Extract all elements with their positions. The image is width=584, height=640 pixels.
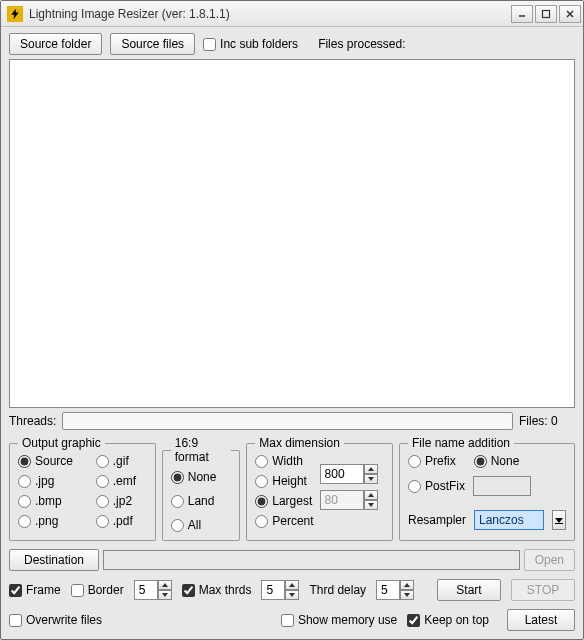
- destination-button[interactable]: Destination: [9, 549, 99, 571]
- app-window: Lightning Image Resizer (ver: 1.8.1.1) S…: [0, 0, 584, 640]
- spin-down-icon[interactable]: [364, 500, 378, 510]
- titlebar[interactable]: Lightning Image Resizer (ver: 1.8.1.1): [1, 1, 583, 27]
- og-bmp[interactable]: .bmp: [18, 494, 84, 508]
- og-pdf[interactable]: .pdf: [96, 514, 147, 528]
- svg-marker-13: [289, 583, 295, 587]
- md-percent[interactable]: Percent: [255, 514, 313, 528]
- svg-marker-8: [368, 503, 374, 507]
- svg-marker-5: [368, 467, 374, 471]
- max-dim-value1-spin[interactable]: [320, 464, 378, 484]
- border-value-input[interactable]: [134, 580, 158, 600]
- top-toolbar: Source folder Source files Inc sub folde…: [9, 33, 575, 55]
- svg-marker-6: [368, 477, 374, 481]
- max-thrds-input[interactable]: [261, 580, 285, 600]
- svg-marker-14: [289, 593, 295, 597]
- options-groups: Output graphic Source .gif .jpg .emf .bm…: [9, 436, 575, 541]
- destination-path-input[interactable]: [103, 550, 520, 570]
- filename-addition-group: File name addition Prefix None PostFix R…: [399, 436, 575, 541]
- thrd-delay-spin[interactable]: [376, 580, 414, 600]
- stop-button[interactable]: STOP: [511, 579, 575, 601]
- fn-prefix[interactable]: Prefix: [408, 454, 456, 468]
- keep-on-top-checkbox[interactable]: Keep on top: [407, 613, 489, 627]
- frame-checkbox[interactable]: Frame: [9, 583, 61, 597]
- inc-sub-folders-label: Inc sub folders: [220, 37, 298, 51]
- resampler-select[interactable]: Lanczos: [474, 510, 544, 530]
- max-thrds-checkbox[interactable]: Max thrds: [182, 583, 252, 597]
- svg-marker-9: [555, 518, 563, 523]
- f169-none[interactable]: None: [171, 470, 231, 484]
- maximize-button[interactable]: [535, 5, 557, 23]
- spin-up-icon[interactable]: [364, 464, 378, 474]
- og-gif[interactable]: .gif: [96, 454, 147, 468]
- output-graphic-legend: Output graphic: [18, 436, 105, 450]
- f169-land[interactable]: Land: [171, 494, 231, 508]
- inc-sub-folders-checkbox[interactable]: Inc sub folders: [203, 37, 298, 51]
- client-area: Source folder Source files Inc sub folde…: [1, 27, 583, 639]
- minimize-button[interactable]: [511, 5, 533, 23]
- max-dimension-legend: Max dimension: [255, 436, 344, 450]
- fn-postfix[interactable]: PostFix: [408, 479, 465, 493]
- md-height[interactable]: Height: [255, 474, 313, 488]
- threads-label: Threads:: [9, 414, 56, 428]
- max-dim-value1-input[interactable]: [320, 464, 364, 484]
- max-thrds-spin[interactable]: [261, 580, 299, 600]
- postfix-input[interactable]: [473, 476, 531, 496]
- svg-marker-11: [162, 583, 168, 587]
- close-button[interactable]: [559, 5, 581, 23]
- svg-rect-2: [543, 10, 550, 17]
- svg-marker-7: [368, 493, 374, 497]
- destination-row: Destination Open: [9, 549, 575, 571]
- border-value-spin[interactable]: [134, 580, 172, 600]
- max-dim-value2-spin[interactable]: [320, 490, 378, 510]
- og-png[interactable]: .png: [18, 514, 84, 528]
- window-title: Lightning Image Resizer (ver: 1.8.1.1): [29, 7, 511, 21]
- svg-marker-15: [404, 583, 410, 587]
- border-checkbox[interactable]: Border: [71, 583, 124, 597]
- bottom-row-1: Frame Border Max thrds Thrd delay Start …: [9, 579, 575, 601]
- overwrite-files-checkbox[interactable]: Overwrite files: [9, 613, 102, 627]
- threads-row: Threads: Files: 0: [9, 412, 575, 430]
- md-largest[interactable]: Largest: [255, 494, 313, 508]
- file-list-area[interactable]: [9, 59, 575, 408]
- show-memory-checkbox[interactable]: Show memory use: [281, 613, 397, 627]
- latest-button[interactable]: Latest: [507, 609, 575, 631]
- og-emf[interactable]: .emf: [96, 474, 147, 488]
- og-jp2[interactable]: .jp2: [96, 494, 147, 508]
- app-icon: [7, 6, 23, 22]
- source-files-button[interactable]: Source files: [110, 33, 195, 55]
- f169-all[interactable]: All: [171, 518, 231, 532]
- svg-marker-12: [162, 593, 168, 597]
- format169-group: 16:9 format None Land All: [162, 436, 240, 541]
- filename-addition-legend: File name addition: [408, 436, 514, 450]
- svg-marker-0: [11, 8, 19, 19]
- max-dim-value2-input[interactable]: [320, 490, 364, 510]
- spin-up-icon[interactable]: [364, 490, 378, 500]
- fn-none[interactable]: None: [474, 454, 520, 468]
- max-dimension-group: Max dimension Width Height Largest Perce…: [246, 436, 393, 541]
- progress-bar: [62, 412, 513, 430]
- start-button[interactable]: Start: [437, 579, 501, 601]
- thrd-delay-input[interactable]: [376, 580, 400, 600]
- og-source[interactable]: Source: [18, 454, 84, 468]
- svg-marker-16: [404, 593, 410, 597]
- md-width[interactable]: Width: [255, 454, 313, 468]
- output-graphic-group: Output graphic Source .gif .jpg .emf .bm…: [9, 436, 156, 541]
- format169-legend: 16:9 format: [171, 436, 231, 464]
- files-count-label: Files: 0: [519, 414, 575, 428]
- og-jpg[interactable]: .jpg: [18, 474, 84, 488]
- inc-sub-folders-input[interactable]: [203, 38, 216, 51]
- bottom-row-2: Overwrite files Show memory use Keep on …: [9, 609, 575, 631]
- source-folder-button[interactable]: Source folder: [9, 33, 102, 55]
- open-button[interactable]: Open: [524, 549, 575, 571]
- resampler-dropdown-icon[interactable]: [552, 510, 566, 530]
- thrd-delay-label: Thrd delay: [309, 583, 366, 597]
- files-processed-label: Files processed:: [318, 37, 405, 51]
- resampler-label: Resampler: [408, 513, 466, 527]
- spin-down-icon[interactable]: [364, 474, 378, 484]
